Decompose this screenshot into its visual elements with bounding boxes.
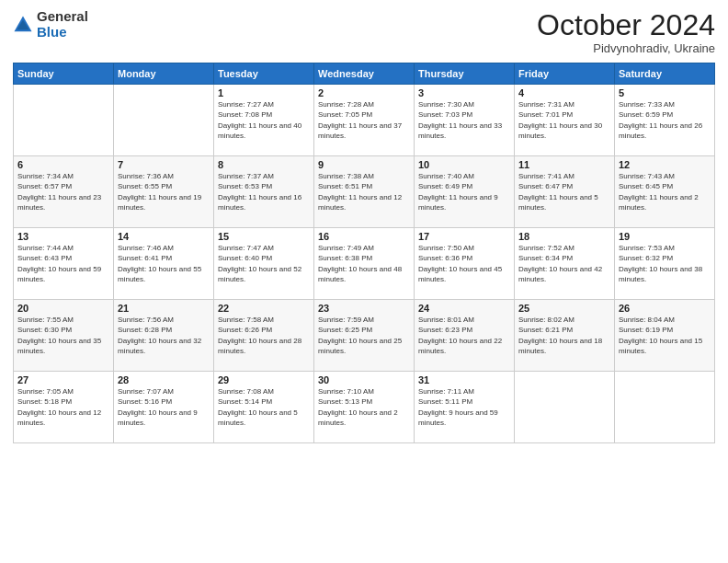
header-row: SundayMondayTuesdayWednesdayThursdayFrid… bbox=[14, 63, 715, 85]
logo-blue: Blue bbox=[37, 25, 88, 40]
day-info: Sunrise: 7:07 AM Sunset: 5:16 PM Dayligh… bbox=[118, 386, 210, 428]
calendar-cell: 17Sunrise: 7:50 AM Sunset: 6:36 PM Dayli… bbox=[415, 228, 515, 300]
day-number: 23 bbox=[318, 303, 410, 314]
calendar-cell: 10Sunrise: 7:40 AM Sunset: 6:49 PM Dayli… bbox=[415, 156, 515, 228]
day-number: 20 bbox=[17, 303, 109, 314]
month-title: October 2024 bbox=[537, 9, 715, 41]
day-info: Sunrise: 7:46 AM Sunset: 6:41 PM Dayligh… bbox=[118, 243, 210, 284]
header-cell-thursday: Thursday bbox=[415, 63, 515, 85]
calendar-cell: 23Sunrise: 7:59 AM Sunset: 6:25 PM Dayli… bbox=[314, 300, 415, 372]
calendar-body: 1Sunrise: 7:27 AM Sunset: 7:08 PM Daylig… bbox=[14, 85, 715, 443]
calendar-cell bbox=[515, 372, 615, 443]
day-info: Sunrise: 7:40 AM Sunset: 6:49 PM Dayligh… bbox=[418, 171, 510, 213]
day-number: 31 bbox=[418, 374, 510, 385]
day-info: Sunrise: 7:34 AM Sunset: 6:57 PM Dayligh… bbox=[17, 171, 109, 213]
calendar-cell: 28Sunrise: 7:07 AM Sunset: 5:16 PM Dayli… bbox=[114, 372, 214, 443]
day-number: 6 bbox=[17, 159, 109, 170]
day-info: Sunrise: 7:59 AM Sunset: 6:25 PM Dayligh… bbox=[318, 315, 410, 356]
location: Pidvynohradiv, Ukraine bbox=[537, 41, 715, 55]
calendar-cell: 4Sunrise: 7:31 AM Sunset: 7:01 PM Daylig… bbox=[515, 85, 615, 156]
day-info: Sunrise: 8:01 AM Sunset: 6:23 PM Dayligh… bbox=[418, 315, 510, 356]
week-row-4: 20Sunrise: 7:55 AM Sunset: 6:30 PM Dayli… bbox=[14, 300, 715, 372]
calendar-cell: 6Sunrise: 7:34 AM Sunset: 6:57 PM Daylig… bbox=[14, 156, 114, 228]
calendar-cell bbox=[615, 372, 715, 443]
header-cell-friday: Friday bbox=[515, 63, 615, 85]
day-info: Sunrise: 7:33 AM Sunset: 6:59 PM Dayligh… bbox=[619, 99, 711, 141]
day-number: 24 bbox=[418, 303, 510, 314]
header: General Blue October 2024 Pidvynohradiv,… bbox=[13, 9, 715, 55]
header-cell-monday: Monday bbox=[114, 63, 214, 85]
day-number: 1 bbox=[218, 87, 310, 98]
day-info: Sunrise: 8:04 AM Sunset: 6:19 PM Dayligh… bbox=[619, 315, 711, 356]
day-number: 26 bbox=[619, 303, 711, 314]
week-row-2: 6Sunrise: 7:34 AM Sunset: 6:57 PM Daylig… bbox=[14, 156, 715, 228]
day-info: Sunrise: 7:28 AM Sunset: 7:05 PM Dayligh… bbox=[318, 99, 410, 141]
calendar-header: SundayMondayTuesdayWednesdayThursdayFrid… bbox=[14, 63, 715, 85]
day-number: 12 bbox=[619, 159, 711, 170]
day-info: Sunrise: 7:55 AM Sunset: 6:30 PM Dayligh… bbox=[17, 315, 109, 356]
calendar-cell: 18Sunrise: 7:52 AM Sunset: 6:34 PM Dayli… bbox=[515, 228, 615, 300]
day-info: Sunrise: 7:38 AM Sunset: 6:51 PM Dayligh… bbox=[318, 171, 410, 213]
day-number: 22 bbox=[218, 303, 310, 314]
day-number: 30 bbox=[318, 374, 410, 385]
calendar-cell: 11Sunrise: 7:41 AM Sunset: 6:47 PM Dayli… bbox=[515, 156, 615, 228]
day-number: 15 bbox=[218, 231, 310, 242]
header-cell-tuesday: Tuesday bbox=[214, 63, 314, 85]
day-info: Sunrise: 7:41 AM Sunset: 6:47 PM Dayligh… bbox=[518, 171, 610, 213]
day-info: Sunrise: 7:31 AM Sunset: 7:01 PM Dayligh… bbox=[518, 99, 610, 141]
calendar-cell: 7Sunrise: 7:36 AM Sunset: 6:55 PM Daylig… bbox=[114, 156, 214, 228]
day-info: Sunrise: 7:56 AM Sunset: 6:28 PM Dayligh… bbox=[118, 315, 210, 356]
day-info: Sunrise: 7:11 AM Sunset: 5:11 PM Dayligh… bbox=[418, 386, 510, 428]
calendar-cell: 20Sunrise: 7:55 AM Sunset: 6:30 PM Dayli… bbox=[14, 300, 114, 372]
day-number: 13 bbox=[17, 231, 109, 242]
calendar-cell: 12Sunrise: 7:43 AM Sunset: 6:45 PM Dayli… bbox=[615, 156, 715, 228]
calendar-cell: 31Sunrise: 7:11 AM Sunset: 5:11 PM Dayli… bbox=[415, 372, 515, 443]
logo-general: General bbox=[37, 9, 88, 25]
calendar-cell bbox=[114, 85, 214, 156]
logo-text: General Blue bbox=[37, 9, 88, 40]
day-number: 19 bbox=[619, 231, 711, 242]
week-row-5: 27Sunrise: 7:05 AM Sunset: 5:18 PM Dayli… bbox=[14, 372, 715, 443]
header-cell-saturday: Saturday bbox=[615, 63, 715, 85]
calendar-cell: 8Sunrise: 7:37 AM Sunset: 6:53 PM Daylig… bbox=[214, 156, 314, 228]
calendar-cell bbox=[14, 85, 114, 156]
calendar-cell: 15Sunrise: 7:47 AM Sunset: 6:40 PM Dayli… bbox=[214, 228, 314, 300]
day-info: Sunrise: 7:37 AM Sunset: 6:53 PM Dayligh… bbox=[218, 171, 310, 213]
calendar-cell: 29Sunrise: 7:08 AM Sunset: 5:14 PM Dayli… bbox=[214, 372, 314, 443]
day-number: 18 bbox=[518, 231, 610, 242]
day-info: Sunrise: 7:47 AM Sunset: 6:40 PM Dayligh… bbox=[218, 243, 310, 284]
calendar-cell: 24Sunrise: 8:01 AM Sunset: 6:23 PM Dayli… bbox=[415, 300, 515, 372]
day-number: 3 bbox=[418, 87, 510, 98]
day-info: Sunrise: 7:27 AM Sunset: 7:08 PM Dayligh… bbox=[218, 99, 310, 141]
logo: General Blue bbox=[13, 9, 88, 40]
page: General Blue October 2024 Pidvynohradiv,… bbox=[0, 0, 728, 563]
calendar-cell: 27Sunrise: 7:05 AM Sunset: 5:18 PM Dayli… bbox=[14, 372, 114, 443]
calendar-cell: 5Sunrise: 7:33 AM Sunset: 6:59 PM Daylig… bbox=[615, 85, 715, 156]
calendar-cell: 21Sunrise: 7:56 AM Sunset: 6:28 PM Dayli… bbox=[114, 300, 214, 372]
week-row-1: 1Sunrise: 7:27 AM Sunset: 7:08 PM Daylig… bbox=[14, 85, 715, 156]
calendar-cell: 26Sunrise: 8:04 AM Sunset: 6:19 PM Dayli… bbox=[615, 300, 715, 372]
day-info: Sunrise: 7:44 AM Sunset: 6:43 PM Dayligh… bbox=[17, 243, 109, 284]
day-info: Sunrise: 7:10 AM Sunset: 5:13 PM Dayligh… bbox=[318, 386, 410, 428]
day-number: 2 bbox=[318, 87, 410, 98]
day-info: Sunrise: 7:50 AM Sunset: 6:36 PM Dayligh… bbox=[418, 243, 510, 284]
day-info: Sunrise: 7:30 AM Sunset: 7:03 PM Dayligh… bbox=[418, 99, 510, 141]
week-row-3: 13Sunrise: 7:44 AM Sunset: 6:43 PM Dayli… bbox=[14, 228, 715, 300]
day-number: 16 bbox=[318, 231, 410, 242]
day-info: Sunrise: 7:52 AM Sunset: 6:34 PM Dayligh… bbox=[518, 243, 610, 284]
day-info: Sunrise: 7:49 AM Sunset: 6:38 PM Dayligh… bbox=[318, 243, 410, 284]
day-info: Sunrise: 7:53 AM Sunset: 6:32 PM Dayligh… bbox=[619, 243, 711, 284]
day-number: 25 bbox=[518, 303, 610, 314]
calendar-cell: 9Sunrise: 7:38 AM Sunset: 6:51 PM Daylig… bbox=[314, 156, 415, 228]
day-number: 11 bbox=[518, 159, 610, 170]
calendar-cell: 14Sunrise: 7:46 AM Sunset: 6:41 PM Dayli… bbox=[114, 228, 214, 300]
calendar-cell: 30Sunrise: 7:10 AM Sunset: 5:13 PM Dayli… bbox=[314, 372, 415, 443]
day-number: 7 bbox=[118, 159, 210, 170]
title-block: October 2024 Pidvynohradiv, Ukraine bbox=[537, 9, 715, 55]
day-number: 9 bbox=[318, 159, 410, 170]
calendar-cell: 25Sunrise: 8:02 AM Sunset: 6:21 PM Dayli… bbox=[515, 300, 615, 372]
calendar-table: SundayMondayTuesdayWednesdayThursdayFrid… bbox=[13, 63, 715, 443]
calendar-cell: 19Sunrise: 7:53 AM Sunset: 6:32 PM Dayli… bbox=[615, 228, 715, 300]
header-cell-sunday: Sunday bbox=[14, 63, 114, 85]
day-number: 4 bbox=[518, 87, 610, 98]
